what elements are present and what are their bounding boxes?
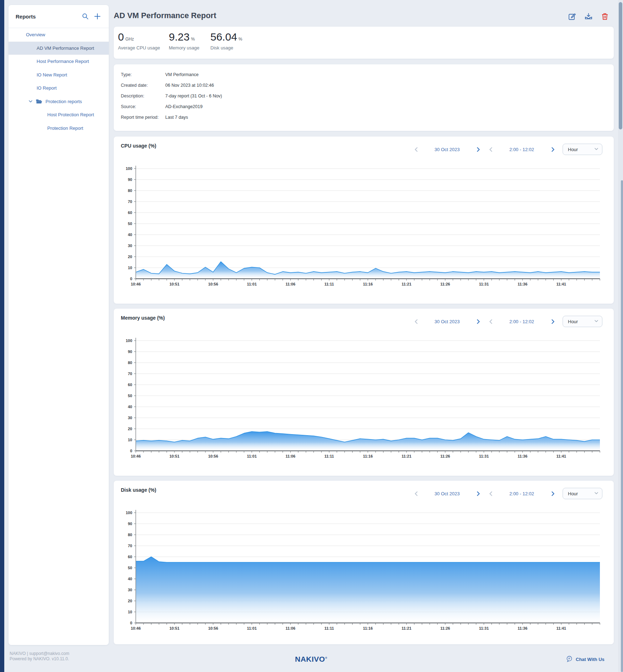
detail-row: Source:AD-Exchange2019 [121,101,203,112]
svg-text:30: 30 [128,588,132,592]
svg-text:20: 20 [128,599,132,603]
interval-select-value: Hour [568,147,578,152]
svg-text:11:41: 11:41 [556,454,566,458]
next-range-button[interactable] [548,489,558,498]
svg-text:70: 70 [128,544,132,548]
svg-text:10:51: 10:51 [170,282,179,286]
detail-value: AD-Exchange2019 [165,104,203,109]
sidebar-item[interactable]: IO Report [9,81,109,95]
svg-text:11:01: 11:01 [247,626,257,630]
prev-range-button[interactable] [486,317,495,326]
svg-text:11:06: 11:06 [286,626,296,630]
sidebar-title: Reports [16,14,77,20]
next-date-button[interactable] [474,145,483,154]
scrollbar-thumb[interactable] [619,2,622,129]
next-date-button[interactable] [474,317,483,326]
detail-label: Created date: [121,83,165,88]
delete-report-icon[interactable] [601,12,609,21]
svg-text:40: 40 [128,233,132,237]
interval-select[interactable]: Hour [563,316,602,327]
svg-text:90: 90 [128,350,132,354]
search-icon[interactable] [81,12,90,21]
chart-controls: 30 Oct 20232:00 - 12:02Hour [411,488,602,499]
detail-row: Report time period:Last 7 days [121,112,188,123]
disk-value: 56.04% [210,31,242,43]
next-date-button[interactable] [474,489,483,498]
memory-stat: 9.23% Memory usage [169,31,199,50]
edit-report-icon[interactable] [568,12,576,21]
chevron-down-icon [594,319,598,324]
svg-text:11:11: 11:11 [324,282,334,286]
avg-cpu-value: 0GHz [118,31,160,43]
svg-text:10:51: 10:51 [170,454,179,458]
detail-row: Description:7-day report (31 Oct - 6 Nov… [121,91,222,101]
avg-cpu-stat: 0GHz Average CPU usage [118,31,160,50]
prev-range-button[interactable] [486,145,495,154]
next-range-button[interactable] [548,145,558,154]
interval-select[interactable]: Hour [563,144,602,155]
summary-stats-card: 0GHz Average CPU usage 9.23% Memory usag… [114,27,614,59]
area-chart-plot: 010203040506070809010010:4610:5110:5611:… [114,334,614,459]
add-report-icon[interactable] [93,12,102,21]
svg-text:11:11: 11:11 [324,454,334,458]
svg-text:11:36: 11:36 [518,626,528,630]
svg-text:11:36: 11:36 [518,282,528,286]
chat-with-us-button[interactable]: Chat With Us [566,655,605,663]
svg-text:11:41: 11:41 [556,282,566,286]
date-label: 30 Oct 2023 [420,319,474,324]
sidebar-item[interactable]: Protection reports [9,95,109,108]
sidebar-item[interactable]: Protection Report [9,122,109,135]
prev-date-button[interactable] [411,489,420,498]
svg-text:10:56: 10:56 [208,454,218,458]
next-range-button[interactable] [548,317,558,326]
export-report-icon[interactable] [584,12,593,21]
chart-title: Memory usage (%) [121,315,165,321]
svg-text:11:16: 11:16 [363,282,373,286]
sidebar-item-label: Host Performance Report [37,59,89,64]
detail-label: Report time period: [121,115,165,120]
svg-text:11:06: 11:06 [286,454,296,458]
sidebar-item[interactable]: AD VM Performance Report [9,42,109,55]
svg-text:100: 100 [126,338,132,343]
sidebar-report-list: OverviewAD VM Performance ReportHost Per… [9,28,109,135]
prev-date-button[interactable] [411,145,420,154]
detail-value: 7-day report (31 Oct - 6 Nov) [165,94,222,98]
time-range-label: 2:00 - 12:02 [495,319,548,324]
detail-value: 06 Nov 2023 at 10:02:46 [165,83,214,88]
svg-text:90: 90 [128,522,132,526]
prev-range-button[interactable] [486,489,495,498]
svg-text:10:56: 10:56 [208,626,218,630]
sidebar-item-label: IO Report [37,85,57,91]
svg-text:11:26: 11:26 [440,282,450,286]
reports-sidebar: Reports OverviewAD VM Performance Report… [9,5,109,645]
sidebar-item[interactable]: IO New Report [9,68,109,82]
svg-text:11:21: 11:21 [402,454,412,458]
sidebar-item-label: AD VM Performance Report [37,46,94,51]
interval-select-value: Hour [568,491,578,496]
area-chart-plot: 010203040506070809010010:4610:5110:5611:… [114,161,614,287]
nakivo-logo: NAKIVO® [295,655,327,663]
interval-select[interactable]: Hour [563,488,602,499]
footer-version-line: Powered by NAKIVO. v10.11.0. [10,656,69,662]
time-range-label: 2:00 - 12:02 [495,147,548,152]
chevron-down-icon [594,491,598,496]
chart-title: CPU usage (%) [121,143,156,149]
chevron-down-icon[interactable] [28,99,33,103]
svg-text:11:16: 11:16 [363,626,373,630]
memory-usage-chart-card: Memory usage (%)30 Oct 20232:00 - 12:02H… [114,309,614,476]
sidebar-item-label: IO New Report [37,72,67,78]
sidebar-item[interactable]: Host Performance Report [9,55,109,68]
prev-date-button[interactable] [411,317,420,326]
sidebar-item[interactable]: Host Protection Report [9,108,109,122]
svg-text:0: 0 [130,277,132,281]
detail-row: Created date:06 Nov 2023 at 10:02:46 [121,80,214,91]
outer-scrollbar-thumb[interactable] [621,180,623,672]
chart-title: Disk usage (%) [121,487,156,493]
svg-text:11:11: 11:11 [324,626,334,630]
svg-text:0: 0 [130,621,132,625]
svg-text:10:46: 10:46 [131,626,141,630]
sidebar-item[interactable]: Overview [9,28,109,42]
disk-stat: 56.04% Disk usage [210,31,242,50]
sidebar-item-label: Host Protection Report [47,112,94,117]
memory-label: Memory usage [169,45,199,50]
